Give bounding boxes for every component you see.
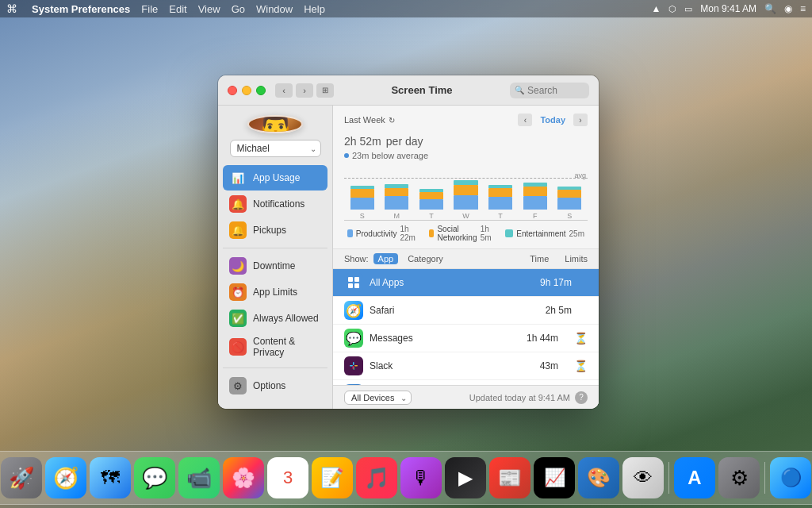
sidebar-item-notifications[interactable]: 🔔 Notifications (223, 191, 327, 217)
always-allowed-label: Always Allowed (253, 313, 319, 324)
today-button[interactable]: Today (537, 114, 569, 125)
svg-rect-2 (348, 283, 353, 288)
app-list-section: Show: App Category Time Limits All Apps … (333, 249, 599, 385)
search-icon[interactable]: 🔍 (764, 3, 776, 14)
maximize-button[interactable] (256, 86, 266, 95)
back-button[interactable]: ‹ (275, 83, 293, 98)
forward-button[interactable]: › (296, 83, 313, 98)
bar-label: S (360, 212, 365, 220)
bar-label: F (533, 212, 538, 220)
messages-time: 1h 44m (527, 333, 558, 344)
close-button[interactable] (228, 86, 237, 95)
menubar-go[interactable]: Go (232, 3, 245, 15)
chart-header: Last Week ↻ ‹ Today › (344, 114, 588, 126)
minimize-button[interactable] (242, 86, 251, 95)
chart-period: Last Week ↻ (344, 115, 395, 125)
menubar-time: Mon 9:41 AM (700, 3, 756, 14)
filter-category-button[interactable]: Category (403, 253, 448, 264)
window-footer: All Devices ⌄ Updated today at 9:41 AM ? (333, 385, 599, 409)
siri-icon[interactable]: ◉ (784, 3, 792, 14)
sidebar-item-app-limits[interactable]: ⏰ App Limits (223, 279, 327, 305)
dock-separator (668, 462, 669, 494)
dock-news[interactable]: 📰 (489, 457, 530, 498)
svg-rect-4 (350, 365, 353, 367)
dock-calendar[interactable]: 3 (267, 457, 308, 498)
menubar-view[interactable]: View (198, 3, 220, 15)
dock-maps[interactable]: 🗺 (90, 457, 131, 498)
dock-safari[interactable]: 🧭 (45, 457, 86, 498)
notifications-label: Notifications (253, 198, 304, 210)
avg-dot-icon (344, 153, 349, 158)
sidebar-item-app-usage[interactable]: 📊 App Usage (223, 165, 327, 190)
dock-tv[interactable]: ▶ (445, 457, 486, 498)
legend-productivity-time: 1h 22m (400, 225, 418, 242)
dock-syspref[interactable]: ⚙ (718, 457, 760, 498)
usage-below-average: 23m below average (344, 151, 588, 160)
svg-rect-5 (353, 362, 354, 365)
sidebar: 👨 Michael ⌄ 📊 App Usage 🔔 Notifications … (218, 106, 333, 409)
sidebar-item-always-allowed[interactable]: ✅ Always Allowed (223, 306, 327, 331)
prev-period-button[interactable]: ‹ (518, 114, 532, 126)
dock-messages[interactable]: 💬 (134, 457, 175, 498)
wifi-icon[interactable]: ▲ (651, 3, 661, 14)
app-row-all-apps[interactable]: All Apps 9h 17m (333, 269, 599, 297)
sidebar-options-section: ⚙ Options (218, 363, 332, 399)
sidebar-item-downtime[interactable]: 🌙 Downtime (223, 253, 327, 279)
menubar-window[interactable]: Window (256, 3, 293, 15)
sidebar-item-pickups[interactable]: 🔔 Pickups (223, 217, 327, 243)
bar-group: F (520, 164, 550, 220)
menubar: ⌘ System Preferences File Edit View Go W… (0, 0, 812, 17)
bar-group: M (382, 164, 412, 220)
filter-app-button[interactable]: App (373, 253, 399, 264)
dock-finder2[interactable]: 🔵 (770, 457, 811, 498)
bar-group: T (485, 164, 515, 220)
dock-stocks[interactable]: 📈 (534, 457, 575, 498)
legend-productivity-color (347, 229, 353, 237)
options-label: Options (253, 380, 285, 391)
devices-select[interactable]: All Devices (344, 391, 412, 405)
dock-podcasts[interactable]: 🎙 (400, 457, 442, 498)
menubar-help[interactable]: Help (304, 3, 325, 15)
dock-launchpad[interactable]: 🚀 (1, 457, 42, 498)
apple-logo-icon[interactable]: ⌘ (6, 2, 17, 15)
bar-group: S (347, 164, 377, 220)
menubar-file[interactable]: File (141, 3, 158, 15)
app-row-slack[interactable]: Slack 43m ⏳ (333, 352, 599, 380)
user-select[interactable]: Michael (230, 140, 321, 157)
dock-notes[interactable]: 📝 (312, 457, 353, 498)
legend-entertainment-color (505, 229, 513, 237)
chart-section: Last Week ↻ ‹ Today › 2h 52m per day 23m… (333, 106, 599, 249)
dock-facetime[interactable]: 📹 (178, 457, 220, 498)
svg-rect-3 (354, 283, 359, 288)
dock-appstore[interactable]: A (674, 457, 715, 498)
downtime-label: Downtime (253, 260, 295, 271)
dock-keynote[interactable]: 🎨 (578, 457, 619, 498)
window-body: 👨 Michael ⌄ 📊 App Usage 🔔 Notifications … (218, 106, 599, 409)
dock-music[interactable]: 🎵 (356, 457, 397, 498)
bar-label: M (394, 212, 400, 220)
battery-icon[interactable]: ▭ (684, 4, 692, 14)
legend-entertainment: Entertainment 25m (505, 225, 584, 242)
control-icon[interactable]: ≡ (800, 3, 806, 14)
app-row-messages[interactable]: 💬 Messages 1h 44m ⏳ (333, 325, 599, 352)
downtime-icon: 🌙 (229, 257, 247, 275)
period-nav: ‹ Today › (518, 114, 588, 126)
user-select-wrap: Michael ⌄ (230, 140, 321, 157)
menubar-app-name[interactable]: System Preferences (32, 3, 130, 15)
legend-social-time: 1h 5m (481, 225, 494, 242)
dock-photos[interactable]: 🌸 (223, 457, 264, 498)
sidebar-nav-section: 📊 App Usage 🔔 Notifications 🔔 Pickups 🌙 … (218, 165, 332, 363)
sidebar-item-options[interactable]: ⚙ Options (223, 373, 327, 398)
grid-button[interactable]: ⊞ (316, 83, 334, 98)
refresh-icon[interactable]: ↻ (389, 116, 395, 125)
dock-preview[interactable]: 👁 (622, 457, 664, 498)
bluetooth-icon[interactable]: ⬡ (668, 4, 676, 14)
menubar-edit[interactable]: Edit (169, 3, 186, 15)
sidebar-item-content-privacy[interactable]: 🚫 Content & Privacy (223, 332, 327, 362)
dock: 🚀 🧭 🗺 💬 📹 🌸 3 📝 🎵 🎙 ▶ 📰 📈 🎨 👁 A (0, 451, 812, 505)
content-privacy-icon: 🚫 (229, 338, 247, 356)
next-period-button[interactable]: › (573, 114, 588, 126)
help-button[interactable]: ? (575, 391, 588, 404)
app-row-safari[interactable]: 🧭 Safari 2h 5m (333, 297, 599, 325)
app-list: All Apps 9h 17m 🧭 Safari 2h 5m 💬 Message… (333, 269, 599, 385)
